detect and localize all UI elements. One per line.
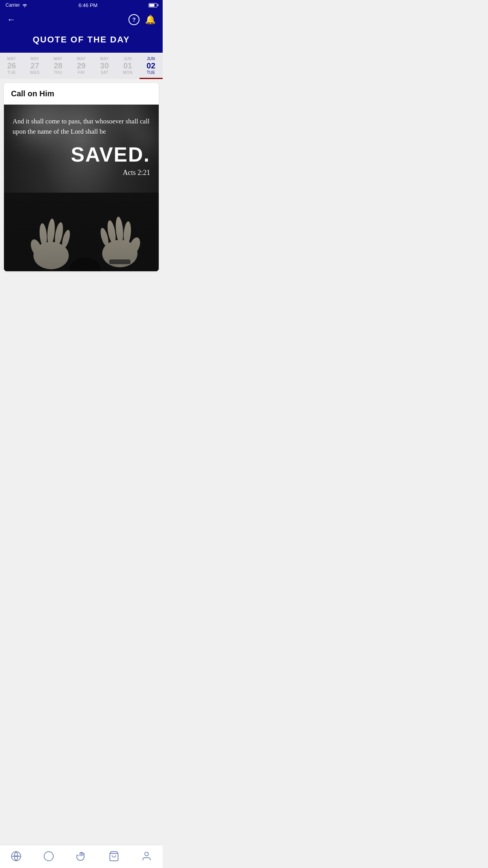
card-title-bar: Call on Him: [4, 83, 159, 105]
svg-rect-15: [4, 193, 159, 271]
help-button[interactable]: ?: [128, 14, 139, 25]
date-item-27[interactable]: MAY 27 WED: [23, 53, 46, 79]
title-section: QUOTE OF THE DAY: [0, 31, 163, 53]
notification-button[interactable]: 🔔: [145, 15, 156, 25]
nav-icons: ? 🔔: [128, 14, 156, 25]
quote-text-overlay: And it shall come to pass, that whosoeve…: [4, 105, 159, 193]
wifi-icon: [22, 3, 28, 7]
back-button[interactable]: ←: [7, 15, 19, 25]
time-display: 6:46 PM: [79, 2, 97, 8]
battery-area: [149, 3, 157, 7]
status-bar: Carrier 6:46 PM: [0, 0, 163, 10]
card-title: Call on Him: [11, 89, 152, 98]
date-item-02[interactable]: JUN 02 TUE: [139, 53, 163, 79]
verse-text: And it shall come to pass, that whosoeve…: [13, 116, 150, 137]
quote-image: And it shall come to pass, that whosoeve…: [4, 105, 159, 271]
nav-header: ← ? 🔔: [0, 10, 163, 31]
date-item-30[interactable]: MAY 30 SAT: [93, 53, 116, 79]
hands-illustration: [4, 193, 159, 271]
date-item-01[interactable]: JUN 01 MON: [116, 53, 139, 79]
date-scroll[interactable]: MAY 26 TUE MAY 27 WED MAY 28 THU MAY 29 …: [0, 53, 163, 79]
saved-word: SAVED.: [13, 143, 150, 166]
battery-icon: [149, 3, 157, 7]
page-title: QUOTE OF THE DAY: [0, 35, 163, 45]
hands-svg: [4, 193, 159, 271]
date-item-28[interactable]: MAY 28 THU: [46, 53, 70, 79]
date-item-29[interactable]: MAY 29 FRI: [70, 53, 93, 79]
carrier-label: Carrier: [6, 2, 20, 8]
main-content-card: Call on Him And it shall come to pass, t…: [4, 83, 159, 271]
date-item-26[interactable]: MAY 26 TUE: [0, 53, 23, 79]
verse-reference: Acts 2:21: [13, 169, 150, 177]
carrier-wifi: Carrier: [6, 2, 28, 8]
